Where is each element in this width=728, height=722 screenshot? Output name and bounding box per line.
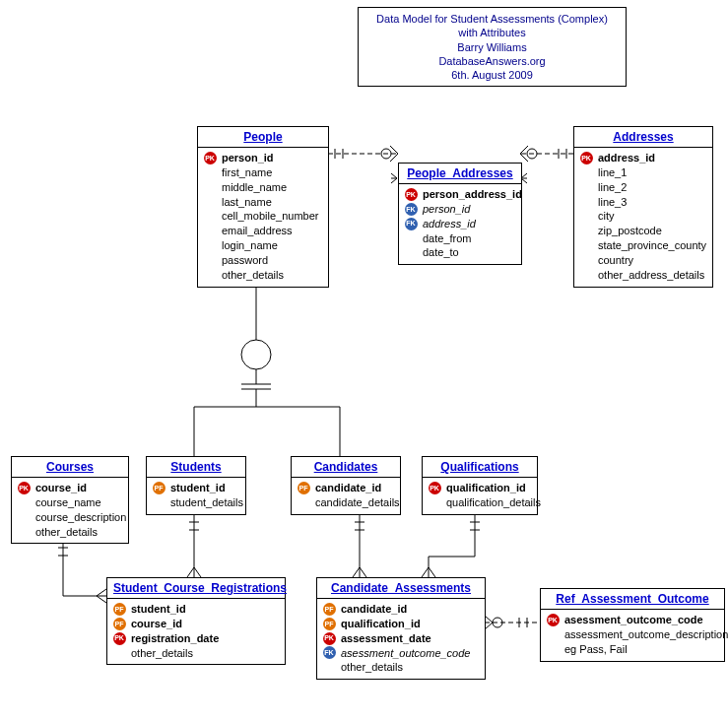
attr-label: zip_postcode	[598, 224, 662, 238]
svg-point-34	[493, 618, 502, 627]
attr-label: qualification_details	[446, 495, 541, 510]
diagram-title-box: Data Model for Student Assessments (Comp…	[358, 7, 627, 87]
attr-row: course_name	[16, 495, 124, 510]
attr-row: PKregistration_date	[111, 631, 281, 646]
attr-label: city	[598, 209, 615, 224]
attr-label: student_id	[170, 481, 226, 495]
attr-label: address_id	[598, 151, 655, 165]
attr-label: other_address_details	[598, 268, 704, 283]
attr-row: other_details	[16, 525, 124, 540]
attr-row: FKasessment_outcome_code	[321, 646, 481, 661]
pk-icon: PK	[547, 614, 560, 626]
title-line-3: Barry Williams	[368, 40, 616, 54]
pf-icon: PF	[113, 603, 126, 616]
attr-row: PFqualification_id	[321, 617, 481, 631]
entity-candidates-header: Candidates	[292, 457, 400, 478]
attr-row: cell_mobile_number	[202, 209, 324, 224]
attr-row: password	[202, 253, 324, 268]
attr-label: course_name	[35, 495, 101, 510]
attr-label: student_id	[131, 602, 186, 617]
pf-icon: PF	[323, 603, 336, 616]
attr-label: other_details	[222, 268, 284, 283]
entity-people-addresses-header: People_Addresses	[399, 164, 521, 184]
svg-line-10	[520, 146, 528, 154]
attr-row: PKperson_address_id	[403, 187, 517, 202]
attr-row: state_province_county	[578, 238, 708, 253]
attr-label: address_id	[423, 217, 476, 231]
attr-label: other_details	[341, 660, 403, 675]
attr-row: PFcandidate_id	[321, 602, 481, 617]
pk-icon: PK	[204, 152, 217, 164]
entity-students: Students PFstudent_id student_details	[146, 456, 246, 515]
entity-addresses-header: Addresses	[574, 127, 712, 148]
svg-line-11	[520, 154, 528, 162]
entity-people-addresses: People_Addresses PKperson_address_id FKp…	[398, 163, 522, 265]
fk-icon: FK	[405, 203, 418, 216]
attr-row: FKperson_id	[403, 202, 517, 217]
fk-icon: FK	[323, 646, 336, 659]
attr-label: student_details	[170, 495, 243, 510]
attr-label: line_3	[598, 195, 627, 210]
title-line-2: with Attributes	[368, 26, 616, 39]
attr-label: login_name	[222, 238, 278, 253]
attr-label: candidate_id	[341, 602, 407, 617]
attr-label: country	[598, 253, 633, 268]
pf-icon: PF	[298, 482, 310, 494]
attr-label: asessment_outcome_code	[341, 646, 470, 661]
attr-label: date_to	[423, 245, 459, 260]
attr-row: assessment_outcome_description	[545, 627, 720, 642]
pk-icon: PK	[405, 188, 418, 201]
attr-row: eg Pass, Fail	[545, 642, 720, 657]
attr-row: login_name	[202, 238, 324, 253]
svg-point-12	[527, 149, 537, 159]
attr-row: PKcourse_id	[16, 481, 124, 495]
entity-addresses: Addresses PKaddress_id line_1 line_2 lin…	[573, 126, 713, 288]
pk-icon: PK	[113, 632, 126, 645]
attr-row: FKaddress_id	[403, 217, 517, 231]
attr-row: email_address	[202, 224, 324, 238]
attr-label: state_province_county	[598, 238, 706, 253]
attr-label: course_id	[131, 617, 182, 631]
pf-icon: PF	[153, 482, 165, 494]
entity-qualifications: Qualifications PKqualification_id qualif…	[422, 456, 538, 515]
fk-icon: FK	[405, 218, 418, 230]
svg-line-3	[390, 146, 398, 154]
attr-label: candidate_details	[315, 495, 400, 510]
attr-label: person_id	[423, 202, 470, 217]
attr-row: last_name	[202, 195, 324, 210]
attr-row: PKaddress_id	[578, 151, 708, 165]
attr-row: line_3	[578, 195, 708, 210]
attr-label: course_id	[35, 481, 87, 495]
pk-icon: PK	[580, 152, 593, 164]
pk-icon: PK	[429, 482, 441, 494]
attr-label: assessment_date	[341, 631, 431, 646]
attr-label: cell_mobile_number	[222, 209, 318, 224]
attr-label: password	[222, 253, 268, 268]
entity-qualifications-header: Qualifications	[423, 457, 537, 478]
entity-courses-header: Courses	[12, 457, 128, 478]
entity-candidate-assessments: Candidate_Assessments PFcandidate_id PFq…	[316, 577, 486, 680]
entity-courses: Courses PKcourse_id course_name course_d…	[11, 456, 129, 544]
attr-row: first_name	[202, 165, 324, 180]
attr-label: other_details	[131, 646, 193, 661]
entity-people: People PKperson_id first_name middle_nam…	[197, 126, 329, 288]
svg-point-15	[241, 340, 271, 369]
attr-row: PFcourse_id	[111, 617, 281, 631]
attr-label: eg Pass, Fail	[564, 642, 628, 657]
attr-label: person_id	[222, 151, 274, 165]
attr-label: registration_date	[131, 631, 219, 646]
attr-label: date_from	[423, 231, 472, 246]
svg-point-5	[381, 149, 391, 159]
attr-row: other_address_details	[578, 268, 708, 283]
attr-label: qualification_id	[341, 617, 421, 631]
entity-ca-header: Candidate_Assessments	[317, 578, 485, 599]
attr-row: country	[578, 253, 708, 268]
svg-line-4	[390, 154, 398, 162]
attr-row: other_details	[111, 646, 281, 661]
attr-row: candidate_details	[296, 495, 396, 510]
attr-row: PKperson_id	[202, 151, 324, 165]
pk-icon: PK	[323, 632, 336, 645]
attr-row: course_description	[16, 510, 124, 525]
attr-row: qualification_details	[427, 495, 533, 510]
attr-row: city	[578, 209, 708, 224]
